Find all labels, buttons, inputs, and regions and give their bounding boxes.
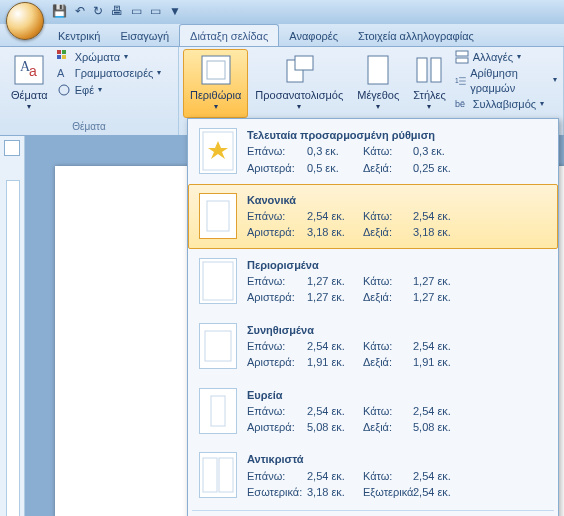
svg-rect-4 — [62, 50, 66, 54]
line-numbers-label: Αρίθμηση γραμμών — [470, 66, 549, 95]
svg-rect-26 — [203, 262, 233, 300]
fonts-label: Γραμματοσειρές — [75, 66, 154, 80]
qat-dropdown-icon[interactable]: ▼ — [169, 4, 181, 20]
breaks-button[interactable]: Αλλαγές ▾ — [453, 49, 559, 65]
tab-references[interactable]: Αναφορές — [279, 25, 348, 46]
margin-thumb-icon — [199, 323, 237, 369]
svg-rect-13 — [368, 56, 388, 84]
svg-rect-27 — [205, 331, 231, 361]
svg-rect-25 — [207, 201, 229, 231]
hyphenation-icon: bē — [455, 97, 469, 111]
option-title: Τελευταία προσαρμοσμένη ρύθμιση — [247, 128, 547, 142]
svg-rect-3 — [57, 50, 61, 54]
fonts-icon: A — [57, 66, 71, 80]
margin-option-moderate[interactable]: Συνηθισμένα Επάνω:2,54 εκ.Κάτω:2,54 εκ. … — [188, 314, 558, 379]
orientation-button[interactable]: Προσανατολισμός▾ — [248, 49, 350, 118]
colors-button[interactable]: Χρώματα ▾ — [55, 49, 174, 65]
margin-thumb-icon — [199, 193, 237, 239]
doc2-icon[interactable]: ▭ — [150, 4, 161, 20]
vertical-ruler — [0, 136, 25, 516]
columns-label: Στήλες — [413, 88, 445, 102]
svg-rect-12 — [295, 56, 313, 70]
effects-icon — [57, 83, 71, 97]
option-title: Ευρεία — [247, 388, 547, 402]
ruler-strip — [6, 180, 20, 516]
svg-point-8 — [59, 85, 69, 95]
option-title: Αντικριστά — [247, 452, 547, 466]
effects-button[interactable]: Εφέ ▾ — [55, 82, 174, 98]
themes-label: Θέματα — [11, 88, 48, 102]
margins-button[interactable]: Περιθώρια▾ — [183, 49, 248, 118]
margin-option-wide[interactable]: Ευρεία Επάνω:2,54 εκ.Κάτω:2,54 εκ. Αριστ… — [188, 379, 558, 444]
margin-thumb-icon — [199, 452, 237, 498]
margin-option-normal[interactable]: Κανονικά Επάνω:2,54 εκ.Κάτω:2,54 εκ. Αρι… — [188, 184, 558, 249]
themes-icon: Aa — [13, 54, 45, 86]
svg-text:A: A — [57, 67, 65, 79]
svg-text:bē: bē — [455, 99, 465, 109]
svg-rect-9 — [202, 56, 230, 84]
margin-thumb-icon — [199, 128, 237, 174]
chevron-down-icon: ▾ — [27, 102, 31, 112]
columns-icon — [413, 54, 445, 86]
group-themes: Aa Θέματα ▾ Χρώματα ▾ AΓραμματοσειρές ▾ … — [0, 47, 179, 135]
margin-option-narrow[interactable]: Περιορισμένα Επάνω:1,27 εκ.Κάτω:1,27 εκ.… — [188, 249, 558, 314]
size-label: Μέγεθος — [357, 88, 399, 102]
option-title: Συνηθισμένα — [247, 323, 547, 337]
margin-thumb-icon — [199, 258, 237, 304]
tab-home[interactable]: Κεντρική — [48, 25, 110, 46]
svg-rect-15 — [431, 58, 441, 82]
tab-mailings[interactable]: Στοιχεία αλληλογραφίας — [348, 25, 484, 46]
margins-label: Περιθώρια — [190, 88, 241, 102]
svg-rect-17 — [456, 58, 468, 63]
office-button[interactable] — [6, 2, 44, 40]
margin-option-mirrored[interactable]: Αντικριστά Επάνω:2,54 εκ.Κάτω:2,54 εκ. Ε… — [188, 443, 558, 508]
margins-icon — [200, 54, 232, 86]
quick-access-toolbar: 💾 ↶ ↻ 🖶 ▭ ▭ ▼ — [52, 4, 181, 20]
columns-button[interactable]: Στήλες▾ — [406, 49, 452, 118]
size-button[interactable]: Μέγεθος▾ — [350, 49, 406, 118]
ruler-selector[interactable] — [4, 140, 20, 156]
svg-text:1: 1 — [455, 77, 459, 84]
colors-label: Χρώματα — [75, 50, 120, 64]
effects-label: Εφέ — [75, 83, 94, 97]
option-title: Περιορισμένα — [247, 258, 547, 272]
svg-rect-29 — [203, 458, 217, 492]
tab-page-layout[interactable]: Διάταξη σελίδας — [179, 24, 279, 46]
svg-rect-5 — [57, 55, 61, 59]
save-icon[interactable]: 💾 — [52, 4, 67, 20]
breaks-label: Αλλαγές — [473, 50, 513, 64]
svg-rect-28 — [211, 396, 225, 426]
fonts-button[interactable]: AΓραμματοσειρές ▾ — [55, 65, 174, 81]
line-numbers-icon: 1 — [455, 74, 467, 88]
tab-insert[interactable]: Εισαγωγή — [110, 25, 179, 46]
size-icon — [362, 54, 394, 86]
svg-rect-16 — [456, 51, 468, 56]
title-bar: 💾 ↶ ↻ 🖶 ▭ ▭ ▼ — [0, 0, 564, 24]
group-themes-label: Θέματα — [0, 120, 178, 133]
margin-thumb-icon — [199, 388, 237, 434]
hyphenation-button[interactable]: bēΣυλλαβισμός ▾ — [453, 96, 559, 112]
hyphenation-label: Συλλαβισμός — [473, 97, 536, 111]
svg-text:a: a — [29, 63, 37, 79]
line-numbers-button[interactable]: 1Αρίθμηση γραμμών ▾ — [453, 65, 559, 96]
margin-option-last-custom[interactable]: Τελευταία προσαρμοσμένη ρύθμιση Επάνω:0,… — [188, 119, 558, 184]
svg-rect-14 — [417, 58, 427, 82]
orientation-label: Προσανατολισμός — [255, 88, 343, 102]
doc1-icon[interactable]: ▭ — [131, 4, 142, 20]
redo-icon[interactable]: ↻ — [93, 4, 103, 20]
ribbon-tabs: Κεντρική Εισαγωγή Διάταξη σελίδας Αναφορ… — [0, 24, 564, 47]
menu-separator — [192, 510, 554, 511]
margins-menu: Τελευταία προσαρμοσμένη ρύθμιση Επάνω:0,… — [187, 118, 559, 516]
orientation-icon — [283, 54, 315, 86]
svg-marker-24 — [208, 141, 228, 159]
themes-button[interactable]: Aa Θέματα ▾ — [4, 49, 55, 118]
svg-rect-6 — [62, 55, 66, 59]
svg-rect-30 — [219, 458, 233, 492]
option-title: Κανονικά — [247, 193, 547, 207]
colors-icon — [57, 50, 71, 64]
print-icon[interactable]: 🖶 — [111, 4, 123, 20]
breaks-icon — [455, 50, 469, 64]
undo-icon[interactable]: ↶ — [75, 4, 85, 20]
